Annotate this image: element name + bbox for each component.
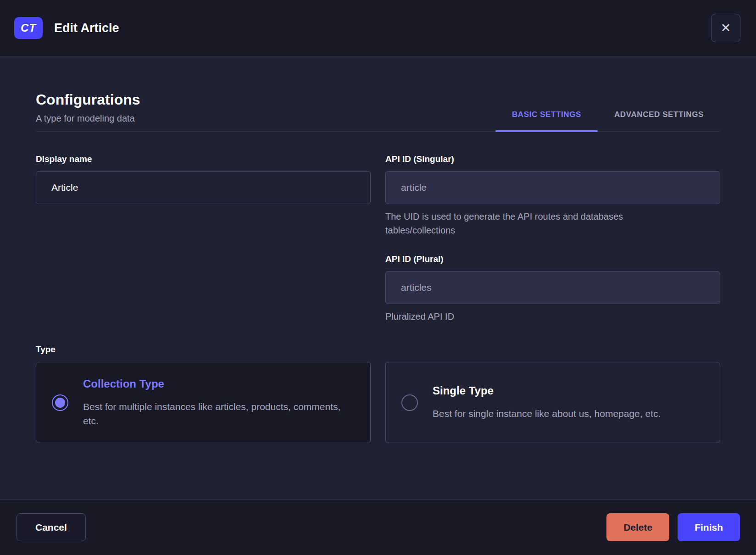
section-head: Configurations A type for modeling data …: [36, 91, 720, 132]
api-id-plural-input: [385, 271, 720, 304]
form-column-right: API ID (Singular) The UID is used to gen…: [385, 154, 720, 323]
api-id-plural-field: API ID (Plural) Pluralized API ID: [385, 254, 720, 323]
type-option-description: Best for multiple instances like article…: [83, 400, 352, 428]
display-name-field: Display name: [36, 154, 371, 204]
api-id-singular-label: API ID (Singular): [385, 154, 720, 164]
radio-unchecked-icon[interactable]: [401, 394, 418, 411]
finish-button[interactable]: Finish: [678, 513, 740, 541]
api-id-plural-label: API ID (Plural): [385, 254, 720, 264]
modal-footer: Cancel Delete Finish: [0, 499, 756, 555]
close-icon: ✕: [721, 22, 731, 34]
edit-content-type-modal: CT Edit Article ✕ Configurations A type …: [0, 0, 756, 555]
type-label: Type: [36, 344, 720, 355]
type-option-title: Collection Type: [83, 377, 352, 390]
type-cards: Collection Type Best for multiple instan…: [36, 362, 720, 443]
cancel-button[interactable]: Cancel: [17, 513, 86, 541]
type-option-single[interactable]: Single Type Best for single instance lik…: [385, 362, 720, 443]
api-id-singular-field: API ID (Singular) The UID is used to gen…: [385, 154, 720, 237]
form-column-left: Display name: [36, 154, 371, 204]
delete-button[interactable]: Delete: [606, 513, 669, 541]
api-id-singular-hint: The UID is used to generate the API rout…: [385, 210, 679, 237]
section-titles: Configurations A type for modeling data: [36, 91, 140, 131]
type-option-text: Collection Type Best for multiple instan…: [83, 377, 352, 428]
type-option-description: Best for single instance like about us, …: [433, 406, 661, 421]
tab-advanced-settings[interactable]: ADVANCED SETTINGS: [598, 105, 720, 131]
close-button[interactable]: ✕: [711, 14, 740, 42]
tab-basic-settings[interactable]: BASIC SETTINGS: [495, 105, 598, 131]
section-subtitle: A type for modeling data: [36, 113, 140, 124]
display-name-label: Display name: [36, 154, 371, 164]
modal-title: Edit Article: [54, 21, 119, 35]
type-option-title: Single Type: [433, 384, 661, 397]
type-section: Type Collection Type Best for multiple i…: [36, 344, 720, 443]
section-title: Configurations: [36, 91, 140, 108]
content-type-badge-icon: CT: [14, 17, 43, 39]
api-id-singular-input: [385, 171, 720, 204]
settings-tabs: BASIC SETTINGS ADVANCED SETTINGS: [495, 105, 720, 131]
configuration-form: Display name API ID (Singular) The UID i…: [36, 154, 720, 323]
modal-body: Configurations A type for modeling data …: [0, 56, 756, 499]
display-name-input[interactable]: [36, 171, 371, 204]
type-option-collection[interactable]: Collection Type Best for multiple instan…: [36, 362, 371, 443]
radio-checked-icon[interactable]: [52, 394, 68, 411]
footer-actions: Delete Finish: [606, 513, 740, 541]
modal-header: CT Edit Article ✕: [0, 0, 756, 56]
api-id-plural-hint: Pluralized API ID: [385, 310, 679, 323]
type-option-text: Single Type Best for single instance lik…: [433, 384, 661, 421]
